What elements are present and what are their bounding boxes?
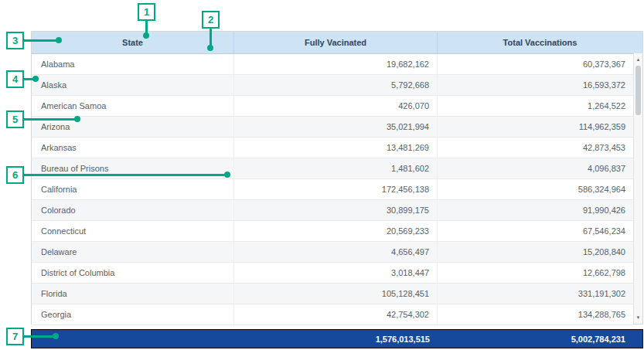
table-row[interactable]: Arizona35,021,994114,962,359	[32, 117, 633, 138]
table-cell-total: 1,264,522	[438, 96, 633, 116]
annotation-dot-7	[53, 333, 59, 339]
table-cell-state: Arkansas	[32, 138, 234, 158]
table-cell-total: 12,662,798	[438, 263, 633, 283]
annotation-dot-5	[74, 116, 80, 122]
table-cell-total: 60,373,367	[438, 54, 633, 74]
table-row[interactable]: American Samoa426,0701,264,522	[32, 96, 633, 117]
table-grid: State Fully Vacinated Total Vaccinations…	[31, 31, 643, 325]
table-cell-fully: 5,792,668	[234, 75, 438, 95]
table-cell-state: California	[32, 179, 234, 199]
annotation-badge-2: 2	[202, 11, 220, 29]
annotation-dot-3	[56, 37, 62, 43]
table-header: State Fully Vacinated Total Vaccinations	[32, 32, 642, 54]
table-cell-state: Florida	[32, 284, 234, 304]
table-cell-total: 586,324,964	[438, 179, 633, 199]
annotation-badge-4: 4	[6, 70, 24, 88]
table-cell-state: Georgia	[32, 304, 234, 325]
table-cell-state: Connecticut	[32, 221, 234, 241]
table-cell-fully: 35,021,994	[234, 117, 438, 137]
totals-fully-vaccinated: 1,576,013,515	[234, 330, 438, 348]
table-cell-total: 91,990,426	[438, 200, 633, 220]
annotation-line-2	[210, 28, 212, 46]
annotation-badge-1: 1	[138, 3, 155, 21]
table-cell-state: Alaska	[32, 75, 234, 95]
vertical-scrollbar[interactable]: ▲ ▼	[633, 53, 642, 324]
table-cell-fully: 30,899,175	[234, 200, 438, 220]
table-row[interactable]: Connecticut20,569,23367,546,234	[32, 221, 633, 242]
scroll-up-icon[interactable]: ▲	[634, 54, 642, 65]
table-cell-total: 15,208,840	[438, 242, 633, 262]
scroll-down-icon[interactable]: ▼	[634, 312, 642, 323]
table-cell-state: American Samoa	[32, 96, 234, 116]
table-cell-fully: 3,018,447	[234, 263, 438, 283]
table-cell-fully: 1,481,602	[234, 158, 438, 178]
table-cell-fully: 20,569,233	[234, 221, 438, 241]
table-row[interactable]: District of Columbia3,018,44712,662,798	[32, 263, 633, 284]
annotation-badge-5: 5	[6, 110, 24, 128]
annotation-line-7	[23, 335, 54, 338]
table-row[interactable]: Colorado30,899,17591,990,426	[32, 200, 633, 221]
table-row[interactable]: Florida105,128,451331,191,302	[32, 284, 633, 304]
annotation-line-5	[23, 118, 76, 121]
table-cell-fully: 19,682,162	[234, 54, 438, 74]
table-row[interactable]: California172,456,138586,324,964	[32, 179, 633, 200]
table-cell-state: Alabama	[32, 54, 234, 74]
table-cell-total: 4,096,837	[438, 158, 633, 178]
annotation-line-6	[23, 174, 226, 176]
column-header-fully-vaccinated[interactable]: Fully Vacinated	[234, 32, 438, 53]
totals-row: 1,576,013,515 5,002,784,231	[31, 329, 643, 348]
table-cell-total: 114,962,359	[438, 117, 633, 137]
vaccination-table: State Fully Vacinated Total Vaccinations…	[31, 31, 643, 349]
table-row[interactable]: Georgia42,754,302134,288,765	[32, 304, 633, 325]
table-cell-fully: 105,128,451	[234, 284, 438, 304]
scrollbar-thumb[interactable]	[635, 66, 641, 115]
table-body: Alabama19,682,16260,373,367Alaska5,792,6…	[32, 54, 633, 325]
table-cell-state: District of Columbia	[32, 263, 234, 283]
table-cell-fully: 13,481,269	[234, 138, 438, 158]
column-header-state[interactable]: State	[32, 32, 234, 53]
screenshot-canvas: State Fully Vacinated Total Vaccinations…	[0, 0, 644, 350]
annotation-dot-1	[143, 32, 149, 39]
table-row[interactable]: Arkansas13,481,26942,873,453	[32, 138, 633, 158]
table-cell-total: 67,546,234	[438, 221, 633, 241]
table-row[interactable]: Alaska5,792,66816,593,372	[32, 75, 633, 96]
table-cell-fully: 42,754,302	[234, 304, 438, 325]
table-cell-fully: 172,456,138	[234, 179, 438, 199]
table-row[interactable]: Delaware4,656,49715,208,840	[32, 242, 633, 263]
annotation-dot-6	[224, 172, 230, 178]
table-cell-total: 16,593,372	[438, 75, 633, 95]
table-cell-state: Delaware	[32, 242, 234, 262]
table-cell-fully: 4,656,497	[234, 242, 438, 262]
annotation-dot-2	[207, 45, 213, 51]
annotation-badge-3: 3	[6, 32, 24, 49]
annotation-line-3	[23, 39, 57, 42]
table-cell-fully: 426,070	[234, 96, 438, 116]
table-row[interactable]: Alabama19,682,16260,373,367	[32, 54, 633, 75]
totals-state-spacer	[32, 330, 234, 348]
annotation-badge-7: 7	[6, 328, 24, 345]
annotation-dot-4	[32, 76, 39, 82]
annotation-badge-6: 6	[6, 166, 24, 184]
table-cell-total: 134,288,765	[438, 304, 633, 325]
table-cell-total: 42,873,453	[438, 138, 633, 158]
totals-total-vaccinations: 5,002,784,231	[438, 330, 635, 348]
column-header-total-vaccinations[interactable]: Total Vaccinations	[438, 32, 642, 53]
table-cell-total: 331,191,302	[438, 284, 633, 304]
table-cell-state: Colorado	[32, 200, 234, 220]
